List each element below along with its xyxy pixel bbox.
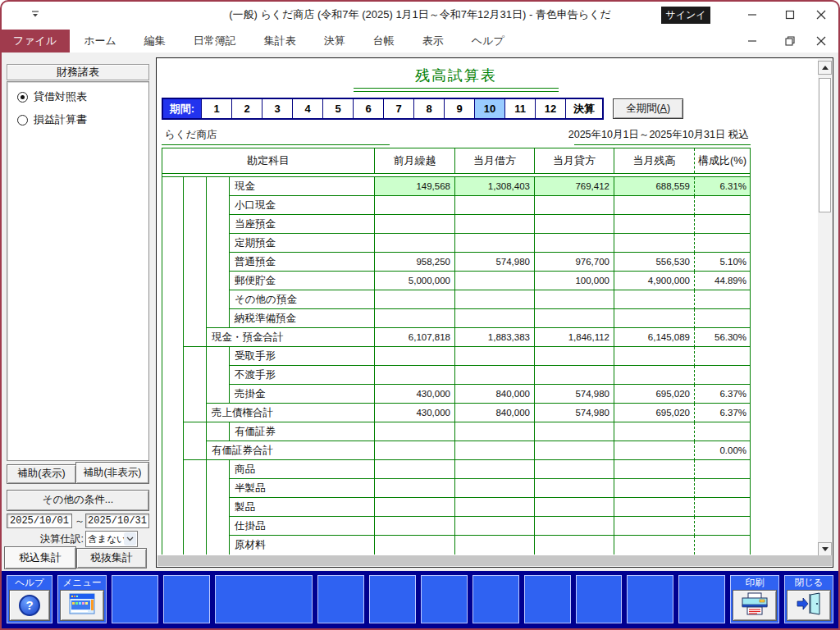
menu-tab[interactable]: 日常簿記 — [180, 30, 250, 52]
radio-income-statement[interactable]: 損益計算書 — [17, 112, 87, 127]
horizontal-scrollbar[interactable] — [158, 555, 832, 566]
table-row[interactable]: 有価証券 — [162, 422, 750, 441]
ratio-cell — [694, 196, 750, 215]
other-conditions-button[interactable]: その他の条件... — [7, 490, 149, 511]
table-row[interactable]: 製品 — [162, 498, 750, 517]
row-gutter-3 — [207, 479, 229, 498]
period-cell[interactable]: 決算 — [565, 99, 602, 118]
row-gutter-2 — [184, 498, 207, 517]
period-cell[interactable]: 5 — [322, 99, 353, 118]
row-gutter-2 — [184, 309, 207, 328]
amount-cell — [614, 479, 694, 498]
aux-hide-tab[interactable]: 補助(非表示) — [75, 462, 149, 484]
menu-bar: ファイルホーム編集日常簿記集計表決算台帳表示ヘルプ — [0, 30, 840, 52]
vertical-scrollbar[interactable] — [818, 59, 832, 556]
period-cell[interactable]: 11 — [504, 99, 535, 118]
amount-cell: 695,020 — [614, 404, 694, 422]
row-gutter-1 — [162, 404, 184, 422]
account-name: 半製品 — [229, 479, 374, 498]
menu-tab[interactable]: ファイル — [0, 30, 70, 52]
row-gutter-3 — [207, 366, 229, 385]
row-gutter-1 — [162, 517, 184, 536]
account-name: 製品 — [229, 498, 374, 517]
close-window-button[interactable]: 閉じる — [784, 575, 833, 623]
amount-cell — [454, 309, 534, 328]
mdi-minimize-button[interactable] — [740, 31, 765, 51]
amount-cell — [534, 290, 614, 309]
table-row[interactable]: 郵便貯金5,000,000100,0004,900,00044.89% — [162, 272, 750, 290]
table-row[interactable]: 当座預金 — [162, 215, 750, 234]
table-row[interactable]: 受取手形 — [162, 347, 750, 366]
column-header: 当月残高 — [614, 148, 694, 173]
account-name: 受取手形 — [229, 347, 374, 366]
table-row[interactable]: 定期預金 — [162, 234, 750, 253]
menu-tab[interactable]: 集計表 — [250, 30, 310, 52]
table-row[interactable]: 仕掛品 — [162, 517, 750, 536]
menu-tab[interactable]: 台帳 — [359, 30, 409, 52]
tax-inclusive-tab[interactable]: 税込集計 — [4, 546, 76, 569]
table-row[interactable]: 納税準備預金 — [162, 309, 750, 328]
minimize-button[interactable] — [740, 5, 765, 25]
period-cell[interactable]: 12 — [535, 99, 565, 118]
column-header: 構成比(%) — [694, 148, 750, 173]
vscroll-thumb[interactable] — [819, 78, 831, 212]
amount-cell — [534, 196, 614, 215]
table-row[interactable]: 不渡手形 — [162, 366, 750, 385]
table-row[interactable]: 現金・預金合計6,107,8181,883,3831,846,1126,145,… — [162, 328, 750, 347]
row-gutter-3 — [207, 177, 229, 196]
account-name: 現金 — [229, 177, 374, 196]
table-row[interactable]: その他の預金 — [162, 290, 750, 309]
toolbar-cell — [317, 575, 364, 623]
table-row[interactable]: 原材料 — [162, 536, 750, 555]
amount-cell: 976,700 — [534, 253, 614, 272]
menu-tab[interactable]: 表示 — [409, 30, 458, 52]
amount-cell — [374, 498, 454, 517]
mdi-restore-button[interactable] — [778, 31, 802, 51]
mdi-close-button[interactable] — [809, 31, 833, 51]
table-row[interactable]: 普通預金958,250574,980976,700556,5305.10% — [162, 253, 750, 272]
row-gutter-1 — [162, 536, 184, 555]
tax-exclusive-tab[interactable]: 税抜集計 — [76, 548, 147, 568]
table-row[interactable]: 売掛金430,000840,000574,980695,0206.37% — [162, 385, 750, 404]
ratio-cell — [694, 422, 750, 441]
closing-entries-dropdown[interactable]: 含まない — [85, 531, 138, 547]
table-row[interactable]: 商品 — [162, 460, 750, 479]
radio-balance-sheet[interactable]: 貸借対照表 — [17, 89, 87, 104]
period-cell[interactable]: 6 — [353, 99, 383, 118]
menu-tab[interactable]: ホーム — [70, 30, 130, 52]
period-cell[interactable]: 8 — [413, 99, 444, 118]
menu-tab[interactable]: 決算 — [310, 30, 359, 52]
toolbar-cell — [369, 575, 416, 623]
period-cell[interactable]: 1 — [201, 99, 231, 118]
table-row[interactable]: 小口現金 — [162, 196, 750, 215]
account-name: 当座預金 — [229, 215, 374, 234]
help-button[interactable]: ヘルプ ? — [7, 575, 52, 623]
period-cell[interactable]: 7 — [383, 99, 413, 118]
period-cell[interactable]: 3 — [262, 99, 292, 118]
vscroll-down-button[interactable] — [818, 542, 832, 556]
period-cell[interactable]: 2 — [231, 99, 262, 118]
closing-entries-value: 含まない — [86, 533, 124, 546]
period-cell[interactable]: 10 — [474, 99, 504, 118]
close-button[interactable] — [809, 5, 833, 25]
signin-button[interactable]: サインイン — [661, 7, 710, 24]
maximize-button[interactable] — [778, 5, 802, 25]
print-button[interactable]: 印刷 — [730, 575, 779, 623]
table-row[interactable]: 半製品 — [162, 479, 750, 498]
amount-cell: 688,559 — [614, 177, 694, 196]
menu-button[interactable]: メニュー — [57, 575, 107, 623]
period-cell[interactable]: 4 — [292, 99, 322, 118]
account-name: 不渡手形 — [229, 366, 374, 385]
date-from-field[interactable]: 2025/10/01 — [7, 514, 72, 528]
column-header: 勘定科目 — [162, 148, 374, 173]
table-row[interactable]: 有価証券合計0.00% — [162, 441, 750, 460]
table-row[interactable]: 現金149,5681,308,403769,412688,5596.31% — [162, 177, 750, 196]
menu-tab[interactable]: ヘルプ — [458, 30, 518, 52]
aux-show-tab[interactable]: 補助(表示) — [7, 464, 76, 484]
vscroll-up-button[interactable] — [818, 61, 832, 75]
all-period-button[interactable]: 全期間(A) — [613, 98, 683, 119]
date-to-field[interactable]: 2025/10/31 — [85, 514, 149, 528]
menu-tab[interactable]: 編集 — [130, 30, 180, 52]
table-row[interactable]: 売上債権合計430,000840,000574,980695,0206.37% — [162, 404, 750, 422]
period-cell[interactable]: 9 — [444, 99, 474, 118]
